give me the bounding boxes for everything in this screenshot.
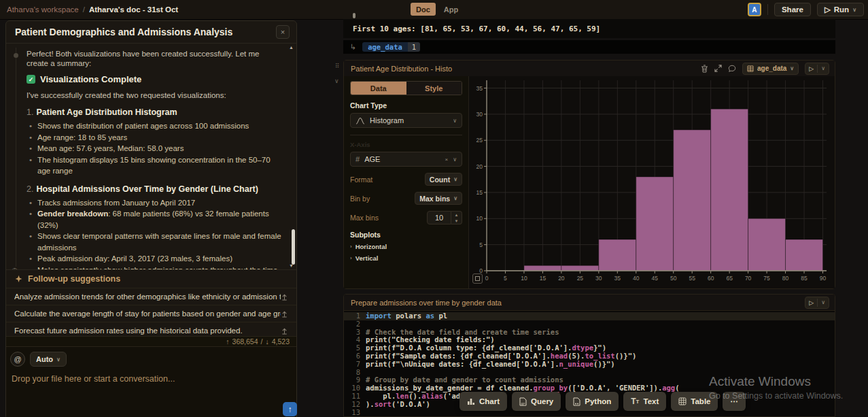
avatar[interactable]: A — [748, 3, 761, 16]
svg-text:85: 85 — [801, 275, 808, 282]
expand-icon[interactable] — [714, 65, 722, 72]
line-number: 2 — [344, 320, 366, 329]
trash-icon[interactable] — [701, 65, 708, 73]
block-drag-handle-icon[interactable]: ⠿ — [335, 63, 339, 69]
svg-text:40: 40 — [633, 275, 640, 282]
histogram-plot[interactable]: 0510152025303505101520253035404550556065… — [469, 76, 835, 288]
output-text: First 10 ages: [81, 65, 53, 67, 60, 44, … — [353, 24, 600, 33]
code-block-title[interactable]: Prepare admissions over time by gender d… — [351, 299, 502, 307]
run-code-icon[interactable]: ▷ — [805, 299, 817, 306]
stepper-down-icon[interactable]: ▼ — [451, 218, 462, 224]
chart-type-value: Histogram — [370, 116, 448, 124]
subplot-horizontal-toggle[interactable]: › Horizontal — [350, 243, 462, 250]
python-file-icon — [573, 397, 580, 406]
bullet-item: Tracks admissions from January to April … — [29, 197, 281, 209]
sql-file-icon — [519, 397, 527, 406]
assistant-avatar-dot — [14, 53, 18, 58]
dataframe-name: age_data — [757, 65, 786, 72]
svg-text:30: 30 — [476, 111, 483, 118]
assistant-messages[interactable]: ◷ ▲ ▼ Perfect! Both visualizations have … — [6, 44, 296, 269]
svg-text:80: 80 — [782, 275, 789, 282]
line-number: 8 — [344, 369, 366, 377]
modebar-toggle-icon[interactable] — [472, 273, 483, 284]
scrollbar-thumb[interactable] — [292, 229, 295, 265]
section1-number: 1. — [27, 107, 33, 117]
code-line[interactable]: 1import polars as pl — [344, 312, 835, 320]
run-code-button[interactable]: ▷ ∨ — [805, 297, 829, 309]
thread-rail — [16, 48, 16, 267]
doc-mode-button[interactable]: Doc — [411, 3, 436, 16]
tokens-up-count: 368,654 — [232, 337, 258, 346]
watermark-line1: Activate Windows — [709, 374, 843, 389]
chart-block-header: Patient Age Distribution - Histo age_dat… — [344, 61, 835, 77]
format-value: Count — [430, 176, 450, 184]
model-selector[interactable]: Auto ∨ — [30, 352, 67, 367]
suggestion-item[interactable]: Analyze admission trends for other demog… — [6, 288, 296, 305]
mention-button[interactable]: @ — [10, 352, 25, 367]
run-label: Run — [834, 5, 849, 14]
insert-suggestion-icon[interactable] — [281, 327, 288, 335]
block-collapse-icon[interactable]: ∨ — [334, 78, 339, 84]
add-query-button[interactable]: Query — [512, 392, 561, 411]
stepper-up-icon[interactable]: ▲ — [451, 212, 462, 218]
subplot-horizontal-label: Horizontal — [355, 243, 387, 250]
run-block-icon[interactable]: ▷ — [805, 65, 817, 72]
bullet-item: Age range: 18 to 85 years — [29, 132, 281, 144]
composer-placeholder[interactable]: Drop your file here or start a conversat… — [12, 374, 296, 384]
close-icon[interactable]: × — [276, 25, 290, 39]
subplot-vertical-toggle[interactable]: › Vertical — [350, 254, 462, 262]
breadcrumb-workspace[interactable]: Atharva's workspace — [7, 5, 79, 14]
run-chevron-icon[interactable]: ∨ — [852, 7, 856, 13]
assistant-panel-title: Patient Demographics and Admissions Anal… — [15, 27, 232, 37]
run-code-chevron-icon[interactable]: ∨ — [818, 299, 829, 305]
tab-data[interactable]: Data — [351, 82, 406, 95]
send-button[interactable]: ↑ — [283, 402, 297, 416]
chart-type-select[interactable]: Histogram ∨ — [350, 113, 462, 128]
followups-title: Follow-up suggestions — [28, 274, 120, 284]
max-bins-stepper[interactable]: 10 ▲ ▼ — [427, 211, 462, 224]
section1-heading: 1.Patient Age Distribution Histogram — [27, 107, 281, 117]
assistant-panel-header: Patient Demographics and Admissions Anal… — [6, 21, 296, 44]
scroll-up-icon[interactable]: ▲ — [289, 45, 294, 50]
svg-text:20: 20 — [476, 163, 483, 170]
share-button[interactable]: Share — [774, 3, 811, 16]
run-icon: ▷ — [824, 5, 831, 14]
chart-type-label: Chart Type — [350, 101, 462, 110]
insert-suggestion-icon[interactable] — [281, 293, 288, 301]
followups-header: Follow-up suggestions — [6, 270, 296, 288]
svg-text:55: 55 — [689, 275, 695, 282]
insert-suggestion-icon[interactable] — [281, 310, 288, 318]
chart-block-title[interactable]: Patient Age Distribution - Histo — [351, 65, 452, 73]
top-bar: Atharva's workspace / Atharva's doc - 31… — [0, 0, 868, 20]
tokens-up-icon: ↑ — [226, 337, 229, 346]
tab-style[interactable]: Style — [406, 82, 462, 95]
add-chart-button[interactable]: Chart — [459, 392, 507, 411]
run-button[interactable]: ▷ Run ∨ — [817, 3, 864, 16]
x-axis-field-value: AGE — [364, 155, 440, 163]
svg-text:45: 45 — [652, 275, 659, 282]
chart-button-label: Chart — [479, 397, 500, 405]
run-block-button[interactable]: ▷ ∨ — [805, 63, 829, 75]
max-bins-value[interactable]: 10 — [427, 211, 451, 224]
add-python-button[interactable]: Python — [566, 392, 619, 411]
code-line[interactable]: 7print(f"\nUnique dates: {df_cleaned['D.… — [344, 361, 835, 369]
svg-text:20: 20 — [558, 275, 565, 282]
variable-chip[interactable]: age_data 1 — [362, 42, 420, 52]
app-mode-button[interactable]: App — [438, 3, 464, 16]
format-chevron-icon: ∨ — [453, 176, 457, 182]
section1-bullets: Shows the distribution of patient ages a… — [27, 120, 281, 177]
dataframe-selector[interactable]: age_data ∨ — [742, 63, 799, 75]
comment-icon[interactable] — [728, 65, 736, 73]
run-block-chevron-icon[interactable]: ∨ — [818, 65, 829, 71]
x-axis-field-select[interactable]: # AGE × ∨ — [350, 152, 462, 167]
format-select[interactable]: Count ∨ — [425, 173, 462, 186]
svg-text:75: 75 — [763, 275, 770, 282]
bin-by-select[interactable]: Max bins ∨ — [415, 192, 462, 205]
add-text-button[interactable]: TT Text — [623, 392, 666, 411]
composer[interactable]: @ Auto ∨ Drop your file here or start a … — [6, 346, 296, 417]
field-clear-icon[interactable]: × — [445, 156, 448, 163]
suggestion-text: Calculate the average length of stay for… — [14, 310, 281, 318]
suggestion-item[interactable]: Calculate the average length of stay for… — [6, 305, 296, 322]
code-block-header: Prepare admissions over time by gender d… — [344, 295, 835, 311]
variable-row: ↳ age_data 1 — [343, 40, 835, 54]
